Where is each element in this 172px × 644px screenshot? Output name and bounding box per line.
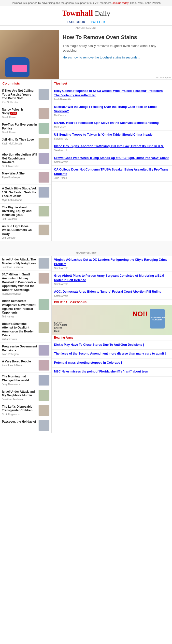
article-thumbnail xyxy=(38,375,50,386)
article-text: A Very Bored People Alan Joseph Bauer xyxy=(2,360,37,367)
tipsheet-item: Crowd Goes Wild When Trump Stands Up at … xyxy=(52,154,172,166)
main-columns: Columnists If They Are Not Calling You a… xyxy=(0,80,172,241)
tipsheet-title[interactable]: CA College Does Not Condemn TPUSA Speake… xyxy=(54,168,170,176)
columnist-item: If They Are Not Calling You a Fascist, Y… xyxy=(0,87,51,106)
article-text: Progressive Government Delusions Loyd Pe… xyxy=(2,345,37,356)
tipsheet-title[interactable]: Crowd Goes Wild When Trump Stands Up at … xyxy=(54,156,170,160)
social-bar: FACEBOOK TWITTER xyxy=(0,19,172,26)
tipsheet-title[interactable]: MSNBC Host's Predictable Spin Move on th… xyxy=(54,121,170,125)
bearing-title[interactable]: Dick's May Have To Close Stores Due To A… xyxy=(54,343,170,347)
article-author: Kurt Schlichter xyxy=(2,101,37,104)
article-thumbnail xyxy=(38,299,50,310)
bearing-title[interactable]: NBC News misses the point of Florida she… xyxy=(54,370,170,374)
ad-powered-by: DrClean Spray xyxy=(59,76,172,79)
lower-columns: Israel Under Attack: The Murder of My Ne… xyxy=(0,256,172,433)
lower-left-item: A Very Bored People Alan Joseph Bauer xyxy=(0,358,51,373)
columnist-item: The Big Lie about Diversity, Equity, and… xyxy=(0,204,51,222)
tipsheet-author: Julio Rosas xyxy=(54,177,170,179)
article-title[interactable]: Passover, the Holiday of xyxy=(2,420,37,424)
article-title[interactable]: Virginia AG Lashes Out at DC Leaders For… xyxy=(54,258,170,266)
article-author: Sarah Arnold xyxy=(54,267,170,270)
facebook-button[interactable]: FACEBOOK xyxy=(67,20,86,24)
article-thumbnail xyxy=(38,258,50,268)
article-author: Jerry Newcombe xyxy=(2,383,37,386)
tipsheet-item: CA College Does Not Condemn TPUSA Speake… xyxy=(52,166,172,182)
article-title[interactable]: The Left's Disposable Transgender Childr… xyxy=(2,405,37,412)
article-thumbnail xyxy=(38,138,50,149)
article-title[interactable]: Jail Him, Or They Lose xyxy=(2,138,37,142)
bearing-title[interactable]: The faces of the Second Amendment more d… xyxy=(54,352,170,356)
tipsheet-item: US Sending Troops to Taiwan Is 'On the T… xyxy=(52,131,172,142)
article-author: Loyd Pettegrew xyxy=(2,353,37,356)
columnist-item: Pro-Tips For Everyone In Politics Derek … xyxy=(0,121,51,136)
lower-right-item: Greg Abbott Plans to Pardon Army Sergean… xyxy=(52,272,172,288)
bearing-arms-item: NBC News misses the point of Florida she… xyxy=(52,368,172,377)
bearing-arms-item: Dick's May Have To Close Stores Due To A… xyxy=(52,341,172,350)
article-author: Jonathan Feldstein xyxy=(2,266,37,268)
tipsheet-title[interactable]: Idaho Gov. Signs 'Abortion Trafficking' … xyxy=(54,144,170,149)
top-bar-thanks: Thank You - Katie Pavlich xyxy=(130,2,160,4)
ad-text: How To Remove Oven Stains This magic spr… xyxy=(59,30,172,76)
tipsheet-item: Riley Gaines Responds to SFSU Official W… xyxy=(52,87,172,103)
lower-left-item: $4.7 Million in Small Amounts of Money D… xyxy=(0,271,51,297)
article-author: Kevin McCullough xyxy=(2,142,37,145)
article-title[interactable]: A Very Bored People xyxy=(2,360,37,364)
columnist-item: Nancy Pelosi is Sorry≡VIP Derek Hunter xyxy=(0,106,51,121)
ad-link[interactable]: Here's how to remove the toughest stains… xyxy=(63,56,140,59)
article-title[interactable]: The Morning that Changed the World xyxy=(2,375,37,382)
article-title[interactable]: Israel Under Attack and My Neighbors Mur… xyxy=(2,390,37,398)
tipsheet-item: Idaho Gov. Signs 'Abortion Trafficking' … xyxy=(52,142,172,154)
article-title[interactable]: If They Are Not Calling You a Fascist, Y… xyxy=(2,89,37,100)
lower-left-item: Biden's Shameful Attempt to Gaslight Ame… xyxy=(0,320,51,343)
tipsheet-title[interactable]: US Sending Troops to Taiwan Is 'On the T… xyxy=(54,133,170,137)
article-title[interactable]: Pro-Tips For Everyone In Politics xyxy=(2,123,37,130)
tipsheet-item: MSNBC Host's Predictable Spin Move on th… xyxy=(52,119,172,131)
cartoon-image: SORRYCHILDRENKNOWBEST TRANSGENDERSURGERY… xyxy=(52,305,172,335)
article-title[interactable]: Biden Democrats Weaponize Government Aga… xyxy=(2,299,37,314)
columnist-item: Jail Him, Or They Lose Kevin McCullough xyxy=(0,136,51,151)
article-author: Alan Joseph Bauer xyxy=(2,364,37,367)
article-text: Abortion Absolutism Will Get Republicans… xyxy=(2,153,37,168)
article-text: The Morning that Changed the World Jerry… xyxy=(2,375,37,386)
join-link[interactable]: Join us today. xyxy=(112,2,129,4)
tipsheet-title[interactable]: Riley Gaines Responds to SFSU Official W… xyxy=(54,89,170,98)
tipsheet-author: Matt Vespa xyxy=(54,114,170,117)
tipsheet-header: Tipsheet xyxy=(52,80,172,87)
article-author: Jonathan Feldstein xyxy=(2,398,37,401)
article-text: The Big Lie about Diversity, Equity, and… xyxy=(2,206,37,220)
article-author: Scott Morefield xyxy=(2,165,37,168)
columnists-column: Columnists If They Are Not Calling You a… xyxy=(0,80,52,241)
article-title[interactable]: Israel Under Attack: The Murder of My Ne… xyxy=(2,258,37,265)
article-thumbnail xyxy=(38,172,50,182)
article-title[interactable]: Greg Abbott Plans to Pardon Army Sergean… xyxy=(54,274,170,282)
article-title[interactable]: Abortion Absolutism Will Get Republicans… xyxy=(2,153,37,164)
article-thumbnail xyxy=(38,273,50,284)
article-author: William Davis xyxy=(2,338,37,340)
lower-left-item: Passover, the Holiday of xyxy=(0,418,51,433)
columnists-header: Columnists xyxy=(0,80,51,87)
article-thumbnail xyxy=(38,206,50,216)
article-title[interactable]: As Bud Light Goes Woke, Customers Go Awa… xyxy=(2,224,37,236)
article-title[interactable]: $4.7 Million in Small Amounts of Money D… xyxy=(2,273,37,292)
tipsheet-title[interactable]: Mistrial? Will the Judge Presiding Over … xyxy=(54,105,170,114)
logo-area: Townhall Daily xyxy=(0,6,172,19)
article-title[interactable]: Nancy Pelosi is Sorry≡VIP xyxy=(2,108,37,116)
article-text: If They Are Not Calling You a Fascist, Y… xyxy=(2,89,37,104)
ad-heading: How To Remove Oven Stains xyxy=(63,34,168,41)
twitter-button[interactable]: TWITTER xyxy=(90,20,105,24)
article-author: Jeff Crouere xyxy=(2,236,37,239)
article-title[interactable]: AOC, Democrats Urge Biden to 'Ignore' Fe… xyxy=(54,290,170,294)
lower-right-column: Virginia AG Lashes Out at DC Leaders For… xyxy=(52,256,172,433)
article-title[interactable]: Biden's Shameful Attempt to Gaslight Ame… xyxy=(2,322,37,337)
article-title[interactable]: Mary Was A She xyxy=(2,172,37,176)
article-title[interactable]: A Quick Bible Study, Vol. 160: On Easter… xyxy=(2,187,37,198)
ad-label: ADVERTISEMENT xyxy=(0,26,172,30)
article-text: Israel Under Attack: The Murder of My Ne… xyxy=(2,258,37,268)
article-title[interactable]: Progressive Government Delusions xyxy=(2,345,37,352)
columnist-item: Mary Was A She Ryan Bomberger xyxy=(0,170,51,185)
article-author: Derek Hunter xyxy=(2,131,37,134)
bearing-title[interactable]: Potential mass shooting stopped in Color… xyxy=(54,361,170,365)
ad-description: This magic spray easily removes toughest… xyxy=(63,44,168,53)
article-title[interactable]: The Big Lie about Diversity, Equity, and… xyxy=(2,206,37,217)
article-text: Mary Was A She Ryan Bomberger xyxy=(2,172,37,179)
